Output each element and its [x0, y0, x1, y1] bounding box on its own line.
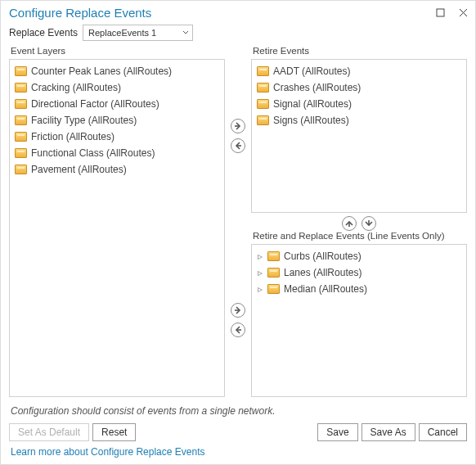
item-label: Counter Peak Lanes (AllRoutes) — [31, 65, 172, 77]
event-layers-header: Event Layers — [9, 46, 225, 57]
list-item[interactable]: Directional Factor (AllRoutes) — [13, 96, 221, 112]
replace-events-label: Replace Events — [9, 27, 78, 38]
list-item[interactable]: Signs (AllRoutes) — [255, 112, 463, 129]
list-item[interactable]: Cracking (AllRoutes) — [13, 79, 221, 96]
save-button[interactable]: Save — [317, 423, 357, 441]
save-as-button[interactable]: Save As — [361, 423, 415, 441]
layer-icon — [15, 83, 27, 93]
move-left-button[interactable] — [231, 323, 245, 337]
layer-icon — [15, 115, 27, 125]
window-buttons — [434, 7, 469, 19]
arrow-column-top — [228, 59, 248, 213]
layer-icon — [15, 66, 27, 76]
item-label: Crashes (AllRoutes) — [273, 82, 361, 93]
retire-replace-header: Retire and Replace Events (Line Events O… — [251, 231, 467, 242]
layer-icon — [257, 66, 269, 76]
item-label: Facility Type (AllRoutes) — [31, 115, 137, 126]
content-grid: Event Layers Retire Events Counter Peak … — [1, 46, 475, 402]
layer-icon — [15, 165, 27, 174]
list-item[interactable]: ▹Curbs (AllRoutes) — [255, 248, 463, 264]
replace-events-row: Replace Events ReplaceEvents 1 — [1, 21, 475, 46]
retire-events-list[interactable]: AADT (AllRoutes) Crashes (AllRoutes) Sig… — [251, 59, 467, 213]
layer-icon — [15, 99, 27, 109]
retire-replace-list[interactable]: ▹Curbs (AllRoutes) ▹Lanes (AllRoutes) ▹M… — [251, 244, 467, 398]
config-hint: Configuration should consist of events f… — [1, 402, 475, 420]
list-item[interactable]: Crashes (AllRoutes) — [255, 79, 463, 96]
expand-icon[interactable]: ▹ — [257, 251, 263, 262]
list-item[interactable]: Friction (AllRoutes) — [13, 129, 221, 145]
move-left-button[interactable] — [231, 138, 245, 153]
move-right-button[interactable] — [231, 303, 245, 318]
list-item[interactable]: ▹Lanes (AllRoutes) — [255, 264, 463, 281]
maximize-icon[interactable] — [434, 7, 446, 19]
dialog-title: Configure Replace Events — [9, 6, 151, 20]
item-label: Directional Factor (AllRoutes) — [31, 98, 159, 110]
cancel-button[interactable]: Cancel — [419, 423, 467, 441]
learn-more-link[interactable]: Learn more about Configure Replace Event… — [1, 446, 475, 464]
layer-icon — [267, 284, 280, 294]
item-label: Median (AllRoutes) — [284, 283, 367, 295]
close-icon[interactable] — [457, 7, 469, 19]
button-row: Set As Default Reset Save Save As Cancel — [1, 420, 475, 446]
expand-icon[interactable]: ▹ — [257, 267, 263, 278]
expand-icon[interactable]: ▹ — [257, 283, 263, 295]
set-default-button: Set As Default — [9, 423, 89, 441]
item-label: Functional Class (AllRoutes) — [31, 147, 155, 159]
list-item[interactable]: Pavement (AllRoutes) — [13, 161, 221, 178]
reset-button[interactable]: Reset — [92, 423, 136, 441]
retire-events-header: Retire Events — [251, 46, 467, 57]
layer-icon — [15, 148, 27, 158]
move-right-button[interactable] — [231, 119, 245, 133]
list-item[interactable]: Signal (AllRoutes) — [255, 96, 463, 112]
item-label: Cracking (AllRoutes) — [31, 82, 121, 93]
list-item[interactable]: ▹Median (AllRoutes) — [255, 281, 463, 297]
item-label: Pavement (AllRoutes) — [31, 164, 127, 175]
list-item[interactable]: Facility Type (AllRoutes) — [13, 112, 221, 129]
titlebar: Configure Replace Events — [1, 1, 475, 21]
list-item[interactable]: Counter Peak Lanes (AllRoutes) — [13, 63, 221, 79]
layer-icon — [15, 132, 27, 142]
svg-rect-0 — [437, 9, 444, 16]
event-layers-list[interactable]: Counter Peak Lanes (AllRoutes) Cracking … — [9, 59, 225, 397]
layer-icon — [257, 115, 269, 125]
combo-value: ReplaceEvents 1 — [87, 28, 182, 38]
chevron-down-icon — [182, 29, 189, 36]
dialog-window: Configure Replace Events Replace Events … — [0, 0, 476, 465]
up-down-buttons — [251, 214, 467, 229]
layer-icon — [257, 99, 269, 109]
replace-events-combo[interactable]: ReplaceEvents 1 — [83, 25, 193, 41]
move-down-button[interactable] — [361, 216, 376, 231]
item-label: Signs (AllRoutes) — [273, 115, 349, 126]
list-item[interactable]: AADT (AllRoutes) — [255, 63, 463, 79]
item-label: AADT (AllRoutes) — [273, 65, 350, 77]
layer-icon — [257, 83, 269, 93]
layer-icon — [267, 268, 280, 278]
layer-icon — [267, 251, 280, 261]
item-label: Signal (AllRoutes) — [273, 98, 352, 110]
item-label: Friction (AllRoutes) — [31, 131, 115, 142]
arrow-column-bottom — [228, 244, 248, 398]
item-label: Lanes (AllRoutes) — [284, 267, 361, 278]
move-up-button[interactable] — [342, 216, 357, 231]
item-label: Curbs (AllRoutes) — [284, 251, 361, 262]
list-item[interactable]: Functional Class (AllRoutes) — [13, 145, 221, 161]
